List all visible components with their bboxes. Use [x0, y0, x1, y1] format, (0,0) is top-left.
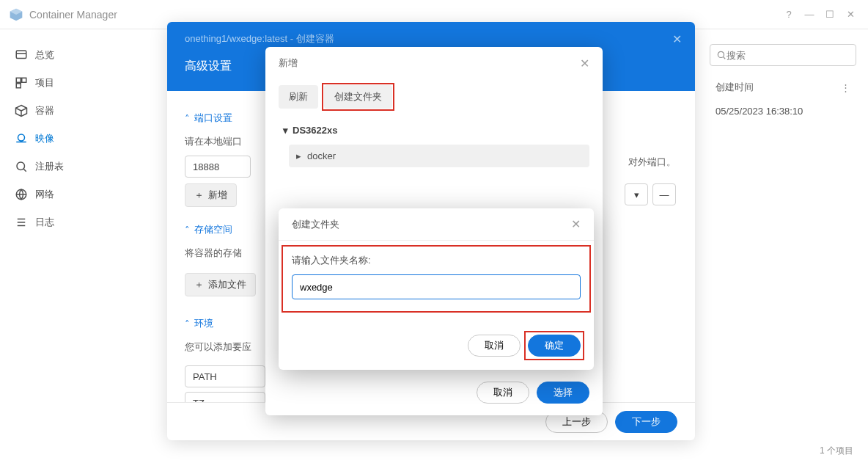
sidebar-item-image[interactable]: 映像 [0, 125, 147, 153]
chevron-right-icon: ▸ [296, 150, 301, 161]
port-aux-text: 对外端口。 [628, 156, 676, 169]
sidebar-item-project[interactable]: 项目 [0, 69, 147, 97]
column-header-created[interactable]: 创建时间 ⋮ [710, 76, 856, 98]
search-box[interactable] [710, 44, 856, 66]
overview-icon [15, 48, 28, 62]
browse-close-icon[interactable]: ✕ [580, 56, 589, 70]
create-close-icon[interactable]: ✕ [571, 217, 581, 231]
env-path[interactable]: PATH [185, 365, 265, 387]
close-button[interactable]: ✕ [842, 6, 859, 23]
create-folder-button[interactable]: 创建文件夹 [324, 85, 392, 109]
log-icon [15, 216, 28, 229]
sidebar-item-label: 注册表 [35, 160, 64, 173]
create-folder-modal: 创建文件夹 ✕ 请输入文件夹名称: 取消 确定 [279, 208, 594, 370]
app-title: Container Manager [29, 9, 777, 21]
sidebar-item-label: 容器 [35, 104, 54, 117]
chevron-up-icon: ˄ [185, 113, 190, 124]
svg-rect-6 [16, 84, 21, 88]
svg-rect-2 [16, 51, 26, 59]
browse-cancel-button[interactable]: 取消 [477, 382, 529, 404]
column-more-icon[interactable]: ⋮ [841, 82, 850, 93]
sidebar-item-log[interactable]: 日志 [0, 208, 147, 236]
search-input[interactable] [727, 50, 850, 61]
sidebar-item-registry[interactable]: 注册表 [0, 153, 147, 181]
sidebar-item-label: 总览 [35, 48, 54, 62]
project-icon [15, 76, 28, 90]
chevron-up-icon: ˄ [185, 318, 190, 329]
svg-rect-5 [22, 78, 26, 82]
browse-select-button[interactable]: 选择 [537, 382, 589, 404]
folder-tree: ▾ DS3622xs ▸ docker [265, 114, 603, 172]
svg-rect-4 [16, 78, 21, 82]
app-icon [9, 7, 23, 22]
chevron-up-icon: ˄ [185, 225, 190, 236]
sidebar-item-label: 日志 [35, 216, 54, 229]
svg-line-19 [723, 56, 725, 59]
next-button[interactable]: 下一步 [615, 411, 677, 433]
table-row[interactable]: 05/25/2023 16:38:10 [710, 98, 856, 124]
image-icon [15, 132, 28, 145]
modal-title: onething1/wxedge:latest - 创建容器 [185, 32, 677, 45]
registry-icon [15, 160, 28, 173]
sidebar-item-label: 网络 [35, 188, 54, 201]
add-port-button[interactable]: ＋ 新增 [185, 183, 237, 207]
maximize-button[interactable]: ☐ [821, 6, 839, 23]
item-count: 1 个项目 [820, 445, 853, 457]
add-file-button[interactable]: ＋ 添加文件 [185, 273, 256, 296]
sidebar: 总览 项目 容器 映像 注册表 网络 日志 [0, 29, 147, 463]
refresh-button[interactable]: 刷新 [279, 85, 318, 109]
minimize-button[interactable]: — [801, 6, 818, 23]
create-ok-button[interactable]: 确定 [528, 335, 581, 357]
sidebar-item-container[interactable]: 容器 [0, 97, 147, 125]
port-dropdown-button[interactable]: ▾ [625, 183, 648, 205]
modal-close-icon[interactable]: ✕ [672, 32, 682, 46]
port-remove-button[interactable]: — [652, 183, 676, 205]
sidebar-item-label: 项目 [35, 76, 54, 90]
tree-child-docker[interactable]: ▸ docker [289, 145, 589, 167]
sidebar-item-network[interactable]: 网络 [0, 181, 147, 208]
help-button[interactable]: ? [780, 6, 798, 23]
browse-title: 新增 [279, 56, 298, 70]
chevron-down-icon: ▾ [283, 125, 288, 136]
search-icon [716, 50, 727, 60]
folder-name-input[interactable] [292, 274, 581, 299]
sidebar-item-overview[interactable]: 总览 [0, 41, 147, 69]
sidebar-item-label: 映像 [35, 132, 54, 145]
svg-line-9 [21, 108, 27, 111]
svg-line-8 [16, 108, 22, 111]
create-cancel-button[interactable]: 取消 [468, 335, 521, 357]
create-prompt: 请输入文件夹名称: [292, 254, 581, 267]
env-tz[interactable]: TZ [185, 392, 265, 402]
port-input[interactable]: 18888 [185, 156, 251, 178]
svg-point-11 [17, 162, 25, 170]
container-icon [15, 104, 28, 117]
svg-point-18 [718, 51, 724, 57]
svg-line-12 [23, 169, 26, 172]
tree-root[interactable]: ▾ DS3622xs [279, 119, 589, 142]
network-icon [15, 188, 28, 201]
create-title: 创建文件夹 [292, 218, 339, 231]
